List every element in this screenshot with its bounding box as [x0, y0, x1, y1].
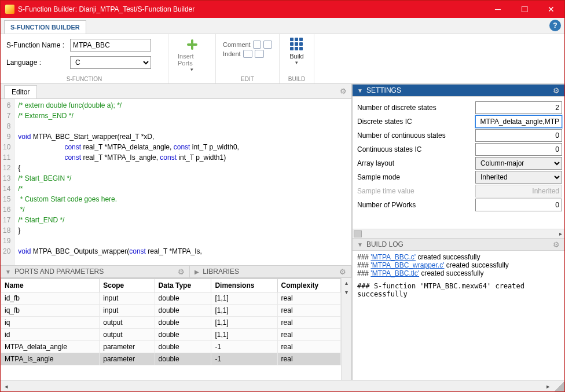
sfname-input[interactable]: [70, 39, 151, 52]
language-label: Language :: [6, 58, 70, 67]
chevron-down-icon: ▼: [5, 269, 11, 275]
setting-label: Sample mode: [355, 173, 475, 181]
build-icon: [290, 38, 304, 52]
resize-handle[interactable]: [554, 380, 564, 392]
comment-icon: [253, 41, 262, 49]
table-row[interactable]: idoutputdouble[1,1]real: [1, 329, 341, 341]
scroll-down-icon[interactable]: ▾: [342, 287, 351, 296]
tab-editor[interactable]: Editor: [4, 85, 37, 98]
uncomment-icon: [263, 41, 272, 49]
sfname-label: S-Function Name :: [6, 41, 70, 49]
table-row[interactable]: MTPA_delata_angleparameterdouble-1real: [1, 341, 341, 353]
insert-ports-button[interactable]: Insert Ports ▾: [174, 36, 210, 74]
language-select[interactable]: C: [70, 56, 151, 69]
ribbon-group-build: BUILD: [288, 75, 305, 83]
comment-button[interactable]: Comment: [222, 40, 273, 49]
code-editor[interactable]: 67891011121314151617181920 /* extern dou…: [1, 99, 351, 265]
status-bar: ◂ ▸: [1, 380, 564, 392]
column-header[interactable]: Scope: [100, 279, 155, 292]
setting-input[interactable]: [475, 101, 562, 114]
table-row[interactable]: iq_fbinputdouble[1,1]real: [1, 305, 341, 317]
setting-input: [475, 185, 562, 197]
setting-input[interactable]: [475, 143, 562, 156]
setting-label: Discrete states IC: [355, 118, 475, 126]
ribbon-tab-strip: S-FUNCTION BUILDER ?: [1, 18, 564, 34]
table-row[interactable]: iqoutputdouble[1,1]real: [1, 317, 341, 329]
ports-panel-header[interactable]: ▼ PORTS AND PARAMETERS ⚙: [1, 265, 190, 278]
editor-tab-strip: Editor ⚙: [1, 84, 351, 99]
setting-label: Array layout: [355, 159, 475, 167]
setting-input[interactable]: [475, 199, 562, 211]
plus-icon: [185, 38, 199, 52]
gear-icon[interactable]: ⚙: [178, 268, 185, 276]
chevron-right-icon: ▶: [195, 269, 199, 275]
chevron-down-icon: ▾: [190, 67, 193, 72]
chevron-down-icon: ▾: [295, 60, 298, 65]
minimize-button[interactable]: ─: [485, 1, 511, 18]
outdent-icon: [255, 50, 264, 58]
table-row[interactable]: MTPA_Is_angleparameterdouble-1real: [1, 353, 341, 365]
help-button[interactable]: ?: [549, 20, 561, 31]
setting-input[interactable]: [475, 129, 562, 142]
maximize-button[interactable]: ☐: [511, 1, 538, 18]
scroll-right-icon[interactable]: ▸: [542, 380, 554, 392]
gear-icon[interactable]: ⚙: [553, 86, 560, 95]
gear-icon[interactable]: ⚙: [339, 268, 346, 276]
column-header[interactable]: Name: [1, 279, 100, 292]
setting-input[interactable]: [475, 115, 562, 128]
column-header[interactable]: Complexity: [277, 279, 340, 292]
setting-label: Continuous states IC: [355, 145, 475, 153]
setting-input[interactable]: Column-major: [475, 157, 562, 170]
buildlog-panel-header[interactable]: ▼ BUILD LOG ⚙: [353, 238, 564, 251]
build-log[interactable]: ### 'MTPA_BBC.c' created successfully###…: [353, 251, 564, 380]
ports-table[interactable]: NameScopeData TypeDimensionsComplexity i…: [1, 278, 341, 380]
gear-icon[interactable]: ⚙: [553, 240, 560, 249]
ribbon: S-Function Name : Language : C S-FUNCTIO…: [1, 34, 564, 84]
window-titlebar: S-Function Builder: Dianji_MTPA_Test/S-F…: [1, 1, 564, 18]
column-header[interactable]: Data Type: [155, 279, 211, 292]
setting-label: Sample time value: [355, 187, 475, 195]
scroll-left-icon[interactable]: ◂: [1, 380, 12, 392]
setting-input[interactable]: Inherited: [475, 171, 562, 184]
close-button[interactable]: ✕: [538, 1, 564, 18]
vertical-scrollbar[interactable]: ▴ ▾: [341, 278, 351, 380]
horizontal-scrollbar[interactable]: ▸: [353, 229, 564, 238]
setting-label: Number of discrete states: [355, 104, 475, 112]
gear-icon[interactable]: ⚙: [340, 87, 347, 96]
chevron-down-icon: ▼: [357, 87, 363, 94]
scrollbar-thumb[interactable]: [354, 230, 362, 237]
build-log-link[interactable]: 'MTPA_BBC.c': [370, 253, 416, 261]
build-log-link[interactable]: 'MTPA_BBC_wrapper.c': [370, 261, 444, 269]
build-log-link[interactable]: 'MTPA_BBC.tlc': [370, 269, 419, 277]
tab-sfunction-builder[interactable]: S-FUNCTION BUILDER: [4, 20, 86, 34]
ribbon-group-edit: EDIT: [222, 75, 273, 83]
window-title: S-Function Builder: Dianji_MTPA_Test/S-F…: [18, 5, 485, 13]
ribbon-group-sfunction: S-FUNCTION: [6, 75, 162, 83]
app-icon: [5, 5, 14, 14]
setting-label: Number of continuous states: [355, 131, 475, 140]
build-button[interactable]: Build ▾: [286, 36, 307, 67]
chevron-down-icon: ▼: [357, 241, 363, 248]
table-row[interactable]: id_fbinputdouble[1,1]real: [1, 292, 341, 305]
settings-panel-header[interactable]: ▼ SETTINGS ⚙: [353, 84, 564, 97]
scroll-up-icon[interactable]: ▴: [342, 278, 351, 287]
column-header[interactable]: Dimensions: [211, 279, 277, 292]
indent-icon: [243, 50, 252, 58]
settings-panel: Number of discrete statesDiscrete states…: [353, 97, 564, 229]
setting-label: Number of PWorks: [355, 201, 475, 209]
indent-button[interactable]: Indent: [222, 49, 273, 58]
libraries-panel-header[interactable]: ▶ LIBRARIES ⚙: [190, 265, 351, 278]
